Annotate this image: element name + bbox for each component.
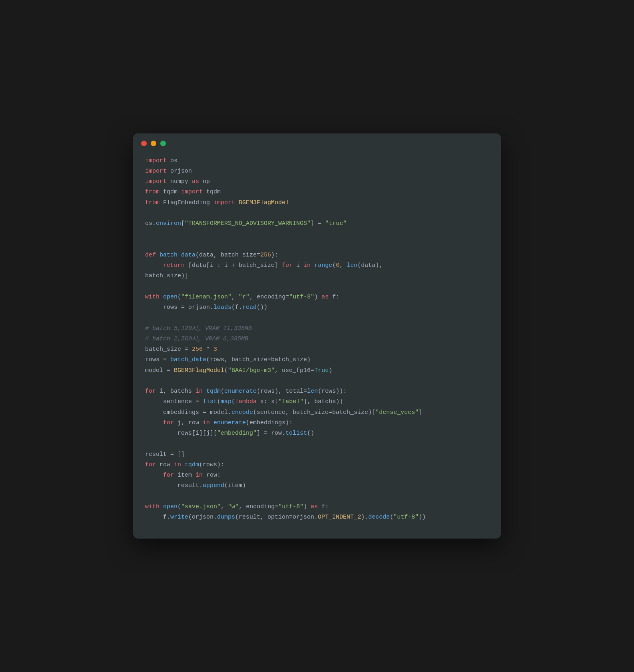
code-line-3: import numpy as np [145, 177, 489, 187]
code-line-12: batch_size)] [145, 271, 489, 281]
code-line-21: model = BGEM3FlagModel("BAAI/bge-m3", us… [145, 366, 489, 376]
code-line-10: def batch_data(data, batch_size=256): [145, 250, 489, 260]
code-line-25: embeddings = model.encode(sentence, batc… [145, 408, 489, 418]
blank-line-7 [145, 439, 489, 449]
code-line-7: os.environ["TRANSFORMERS_NO_ADVISORY_WAR… [145, 219, 489, 229]
code-line-35: f.write(orjson.dumps(result, option=orjs… [145, 512, 489, 523]
code-line-4: from tqdm import tqdm [145, 187, 489, 197]
code-line-27: rows[i][j]["embedding"] = row.tolist() [145, 428, 489, 439]
code-line-23: for i, batchs in tqdm(enumerate(rows), t… [145, 386, 489, 397]
code-line-31: for item in row: [145, 470, 489, 481]
close-button[interactable] [141, 141, 147, 146]
code-line-5: from FlagEmbedding import BGEM3FlagModel [145, 198, 489, 208]
code-line-20: rows = batch_data(rows, batch_size=batch… [145, 355, 489, 365]
blank-line-5 [145, 313, 489, 323]
code-line-26: for j, row in enumerate(embeddings): [145, 418, 489, 428]
code-line-34: with open("save.json", "w", encoding="ut… [145, 502, 489, 512]
code-line-29: result = [] [145, 449, 489, 460]
blank-line-2 [145, 229, 489, 239]
code-line-32: result.append(item) [145, 481, 489, 491]
code-line-18: # batch 2,560시, VRAM 6,385MB [145, 334, 489, 344]
code-line-30: for row in tqdm(rows): [145, 460, 489, 470]
code-editor: import os import orjson import numpy as … [133, 152, 501, 539]
code-line-15: rows = orjson.loads(f.read()) [145, 302, 489, 313]
blank-line-6 [145, 376, 489, 386]
code-line-19: batch_size = 256 * 3 [145, 344, 489, 355]
code-line-17: # batch 5,120시, VRAM 11,335MB [145, 324, 489, 334]
title-bar [133, 133, 501, 152]
code-line-14: with open("filenam.json", "r", encoding=… [145, 292, 489, 302]
code-window: import os import orjson import numpy as … [133, 133, 501, 539]
minimize-button[interactable] [151, 141, 156, 146]
blank-line-3 [145, 240, 489, 250]
blank-line-4 [145, 282, 489, 292]
blank-line-1 [145, 208, 489, 219]
code-line-2: import orjson [145, 166, 489, 177]
code-line-1: import os [145, 156, 489, 166]
code-line-24: sentence = list(map(lambda x: x["label"]… [145, 397, 489, 407]
blank-line-8 [145, 491, 489, 502]
maximize-button[interactable] [160, 141, 166, 146]
code-line-11: return [data[i : i + batch_size] for i i… [145, 260, 489, 271]
